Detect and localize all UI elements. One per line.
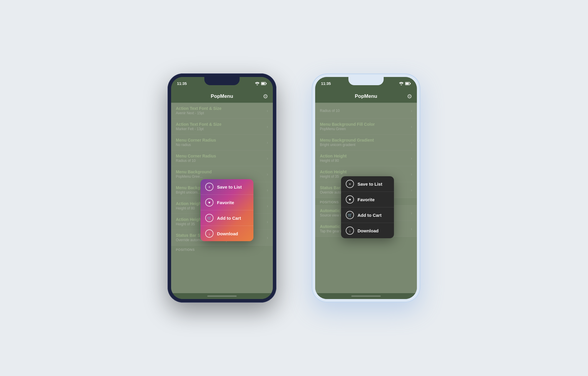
phone-light: 11:35 PopMenu ⚙ Radius of 10 › Menu Back… <box>312 73 420 303</box>
popup-item-cart[interactable]: 🛒 Add to Cart <box>201 210 253 226</box>
list-area-dark: Action Text Font & Size Avenir Next - 15… <box>171 103 273 293</box>
svg-rect-4 <box>406 83 409 84</box>
download-icon-dark: ↓ <box>346 226 354 235</box>
time-dark: 11:35 <box>177 81 187 86</box>
phone-dark-screen: 11:35 PopMenu ⚙ Action Text Font & Size … <box>171 77 273 299</box>
popup-menu-dark: + Save to List ♥ Favorite 🛒 Add to Cart … <box>341 176 394 238</box>
cart-icon: 🛒 <box>205 214 213 222</box>
status-bar-light: 11:35 <box>315 77 417 90</box>
nav-bar-light: PopMenu ⚙ <box>315 90 417 103</box>
popup-item-favorite-dark[interactable]: ♥ Favorite <box>341 192 394 207</box>
home-indicator-light <box>315 293 417 299</box>
popup-item-download[interactable]: ↓ Download <box>201 226 253 241</box>
nav-bar-dark: PopMenu ⚙ <box>171 90 273 103</box>
phone-dark: 11:35 PopMenu ⚙ Action Text Font & Size … <box>168 73 276 303</box>
nav-gear-light[interactable]: ⚙ <box>407 93 412 100</box>
svg-rect-5 <box>410 83 411 84</box>
popup-item-download-dark[interactable]: ↓ Download <box>341 223 394 238</box>
save-icon: + <box>205 183 213 191</box>
popup-label-favorite-dark: Favorite <box>358 197 375 202</box>
download-icon: ↓ <box>205 229 213 238</box>
popup-label-download-dark: Download <box>358 228 379 233</box>
phone-light-screen: 11:35 PopMenu ⚙ Radius of 10 › Menu Back… <box>315 77 417 299</box>
save-icon-dark: + <box>346 180 354 188</box>
popup-item-save[interactable]: + Save to List <box>201 179 253 195</box>
favorite-icon-dark: ♥ <box>346 195 354 204</box>
cart-icon-dark: 🛒 <box>346 211 354 219</box>
popup-item-cart-dark[interactable]: 🛒 Add to Cart <box>341 207 394 223</box>
popup-label-download: Download <box>217 231 238 236</box>
status-icons-light <box>399 82 411 85</box>
popup-item-save-dark[interactable]: + Save to List <box>341 176 394 192</box>
notch-dark <box>204 77 240 85</box>
popup-label-save: Save to List <box>217 184 242 189</box>
popup-label-favorite: Favorite <box>217 200 234 205</box>
popup-menu-gradient: + Save to List ♥ Favorite 🛒 Add to Cart … <box>201 179 253 241</box>
svg-rect-2 <box>266 83 267 84</box>
popup-label-save-dark: Save to List <box>358 182 382 187</box>
favorite-icon: ♥ <box>205 198 213 207</box>
time-light: 11:35 <box>321 81 331 86</box>
popup-label-cart-dark: Add to Cart <box>358 213 382 218</box>
home-indicator-dark <box>171 293 273 299</box>
status-bar-dark: 11:35 <box>171 77 273 90</box>
popup-label-cart: Add to Cart <box>217 216 241 221</box>
status-icons-dark <box>255 82 267 85</box>
nav-title-light: PopMenu <box>355 93 377 99</box>
nav-gear-dark[interactable]: ⚙ <box>263 93 268 100</box>
popup-item-favorite[interactable]: ♥ Favorite <box>201 195 253 210</box>
list-area-light: Radius of 10 › Menu Background Fill Colo… <box>315 103 417 293</box>
notch-light <box>348 77 384 85</box>
nav-title-dark: PopMenu <box>211 93 233 99</box>
svg-rect-1 <box>262 83 265 84</box>
